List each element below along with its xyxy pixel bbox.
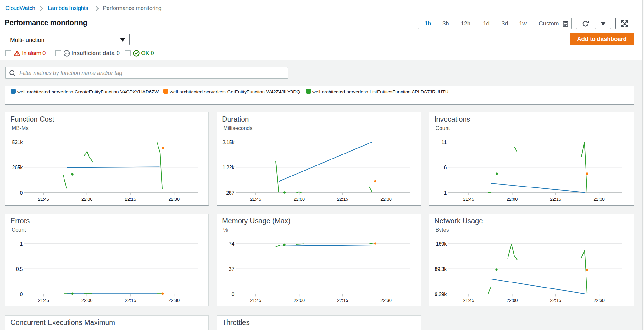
svg-text:21:45: 21:45 [38, 197, 49, 202]
svg-text:89.3k: 89.3k [435, 266, 447, 272]
svg-text:21:45: 21:45 [250, 298, 261, 303]
svg-text:22:00: 22:00 [507, 197, 518, 202]
svg-text:531k: 531k [12, 140, 23, 145]
svg-text:22:15: 22:15 [125, 197, 136, 202]
svg-text:21:45: 21:45 [463, 197, 474, 202]
svg-text:0: 0 [20, 190, 23, 196]
svg-text:1: 1 [444, 190, 447, 196]
svg-text:22:15: 22:15 [125, 298, 136, 303]
svg-text:21:45: 21:45 [250, 197, 261, 202]
svg-text:22:15: 22:15 [337, 298, 348, 303]
svg-text:1: 1 [20, 241, 23, 247]
svg-text:74: 74 [229, 241, 235, 247]
svg-text:0: 0 [20, 292, 23, 297]
svg-text:169k: 169k [436, 241, 447, 247]
svg-text:21:45: 21:45 [38, 298, 49, 303]
svg-text:287: 287 [226, 190, 234, 196]
svg-text:22:30: 22:30 [593, 298, 604, 303]
svg-text:0: 0 [231, 292, 234, 297]
svg-text:22:00: 22:00 [294, 197, 305, 202]
svg-text:22:00: 22:00 [81, 197, 92, 202]
svg-text:22:30: 22:30 [169, 197, 180, 202]
svg-text:22:15: 22:15 [337, 197, 348, 202]
svg-text:6: 6 [444, 165, 447, 170]
svg-text:1.22k: 1.22k [222, 165, 235, 170]
svg-text:22:15: 22:15 [550, 298, 561, 303]
svg-text:11: 11 [441, 140, 447, 145]
svg-text:2.15k: 2.15k [222, 140, 235, 145]
svg-text:22:30: 22:30 [593, 197, 604, 202]
svg-text:37: 37 [229, 266, 235, 272]
svg-text:22:30: 22:30 [169, 298, 180, 303]
svg-text:22:00: 22:00 [81, 298, 92, 303]
svg-text:22:00: 22:00 [294, 298, 305, 303]
svg-text:22:15: 22:15 [550, 197, 561, 202]
svg-text:0.5: 0.5 [16, 266, 23, 272]
svg-text:21:45: 21:45 [463, 298, 474, 303]
svg-text:22:30: 22:30 [380, 298, 391, 303]
svg-text:22:00: 22:00 [507, 298, 518, 303]
svg-text:22:30: 22:30 [380, 197, 391, 202]
svg-text:9.29k: 9.29k [435, 292, 447, 297]
svg-text:265k: 265k [12, 165, 23, 170]
